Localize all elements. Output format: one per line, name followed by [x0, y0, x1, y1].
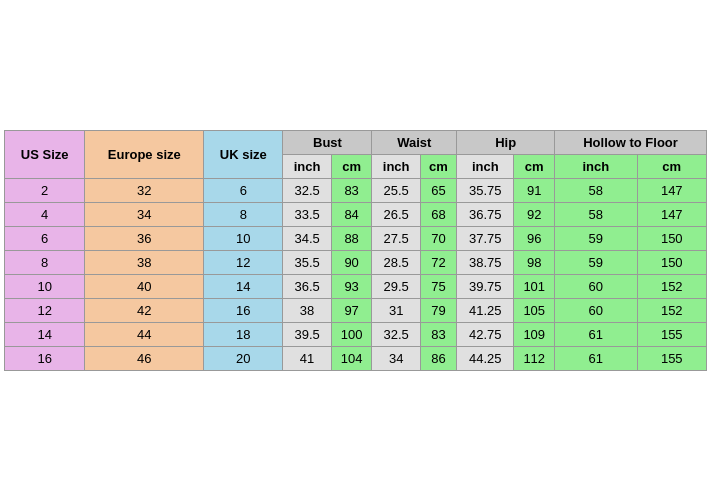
cell-waist-inch: 26.5 — [372, 203, 420, 227]
table-body: 232632.58325.56535.759158147434833.58426… — [5, 179, 707, 371]
header-hip: Hip — [457, 131, 555, 155]
cell-hip-inch: 41.25 — [457, 299, 514, 323]
cell-us: 6 — [5, 227, 85, 251]
cell-waist-inch: 32.5 — [372, 323, 420, 347]
table-row: 6361034.58827.57037.759659150 — [5, 227, 707, 251]
cell-us: 14 — [5, 323, 85, 347]
table-row: 1242163897317941.2510560152 — [5, 299, 707, 323]
cell-htf-cm: 147 — [637, 203, 706, 227]
cell-waist-cm: 75 — [420, 275, 456, 299]
table-row: 16462041104348644.2511261155 — [5, 347, 707, 371]
cell-bust-cm: 83 — [331, 179, 372, 203]
cell-bust-cm: 88 — [331, 227, 372, 251]
cell-hip-cm: 98 — [514, 251, 555, 275]
cell-eu: 34 — [85, 203, 204, 227]
cell-hip-inch: 36.75 — [457, 203, 514, 227]
cell-bust-cm: 90 — [331, 251, 372, 275]
header-europe-size: Europe size — [85, 131, 204, 179]
cell-hip-cm: 101 — [514, 275, 555, 299]
cell-hip-cm: 109 — [514, 323, 555, 347]
size-chart-table: US Size Europe size UK size Bust Waist H… — [4, 130, 707, 371]
header-waist: Waist — [372, 131, 457, 155]
cell-waist-cm: 68 — [420, 203, 456, 227]
cell-bust-cm: 84 — [331, 203, 372, 227]
htf-inch-header: inch — [555, 155, 637, 179]
size-chart-wrapper: US Size Europe size UK size Bust Waist H… — [0, 126, 711, 375]
cell-waist-inch: 34 — [372, 347, 420, 371]
cell-htf-cm: 150 — [637, 227, 706, 251]
cell-bust-cm: 100 — [331, 323, 372, 347]
cell-waist-cm: 72 — [420, 251, 456, 275]
cell-waist-inch: 25.5 — [372, 179, 420, 203]
header-hollow-to-floor: Hollow to Floor — [555, 131, 707, 155]
cell-bust-cm: 104 — [331, 347, 372, 371]
htf-cm-header: cm — [637, 155, 706, 179]
cell-us: 16 — [5, 347, 85, 371]
cell-hip-cm: 92 — [514, 203, 555, 227]
cell-uk: 8 — [204, 203, 283, 227]
cell-bust-cm: 97 — [331, 299, 372, 323]
cell-waist-cm: 86 — [420, 347, 456, 371]
cell-bust-inch: 35.5 — [283, 251, 331, 275]
cell-waist-inch: 28.5 — [372, 251, 420, 275]
cell-bust-cm: 93 — [331, 275, 372, 299]
bust-inch-header: inch — [283, 155, 331, 179]
header-bust: Bust — [283, 131, 372, 155]
cell-waist-cm: 70 — [420, 227, 456, 251]
cell-waist-cm: 65 — [420, 179, 456, 203]
cell-hip-cm: 96 — [514, 227, 555, 251]
cell-htf-inch: 58 — [555, 179, 637, 203]
cell-us: 12 — [5, 299, 85, 323]
cell-htf-inch: 59 — [555, 251, 637, 275]
cell-uk: 16 — [204, 299, 283, 323]
cell-bust-inch: 39.5 — [283, 323, 331, 347]
cell-uk: 18 — [204, 323, 283, 347]
cell-bust-inch: 34.5 — [283, 227, 331, 251]
cell-htf-cm: 150 — [637, 251, 706, 275]
cell-eu: 44 — [85, 323, 204, 347]
cell-bust-inch: 38 — [283, 299, 331, 323]
cell-hip-inch: 38.75 — [457, 251, 514, 275]
cell-hip-inch: 39.75 — [457, 275, 514, 299]
cell-hip-cm: 112 — [514, 347, 555, 371]
cell-htf-inch: 60 — [555, 275, 637, 299]
table-row: 232632.58325.56535.759158147 — [5, 179, 707, 203]
header-us-size: US Size — [5, 131, 85, 179]
waist-cm-header: cm — [420, 155, 456, 179]
cell-waist-inch: 27.5 — [372, 227, 420, 251]
cell-hip-inch: 35.75 — [457, 179, 514, 203]
table-row: 8381235.59028.57238.759859150 — [5, 251, 707, 275]
bust-cm-header: cm — [331, 155, 372, 179]
cell-htf-cm: 152 — [637, 275, 706, 299]
cell-us: 2 — [5, 179, 85, 203]
cell-htf-cm: 155 — [637, 323, 706, 347]
header-uk-size: UK size — [204, 131, 283, 179]
cell-htf-cm: 147 — [637, 179, 706, 203]
hip-cm-header: cm — [514, 155, 555, 179]
cell-hip-inch: 37.75 — [457, 227, 514, 251]
cell-us: 10 — [5, 275, 85, 299]
cell-eu: 36 — [85, 227, 204, 251]
cell-waist-cm: 83 — [420, 323, 456, 347]
main-header-row: US Size Europe size UK size Bust Waist H… — [5, 131, 707, 155]
cell-bust-inch: 36.5 — [283, 275, 331, 299]
cell-waist-inch: 31 — [372, 299, 420, 323]
cell-uk: 6 — [204, 179, 283, 203]
cell-hip-cm: 91 — [514, 179, 555, 203]
cell-hip-cm: 105 — [514, 299, 555, 323]
cell-eu: 38 — [85, 251, 204, 275]
table-row: 434833.58426.56836.759258147 — [5, 203, 707, 227]
cell-htf-inch: 61 — [555, 323, 637, 347]
cell-eu: 46 — [85, 347, 204, 371]
table-row: 14441839.510032.58342.7510961155 — [5, 323, 707, 347]
cell-htf-inch: 59 — [555, 227, 637, 251]
cell-htf-inch: 60 — [555, 299, 637, 323]
cell-us: 4 — [5, 203, 85, 227]
cell-us: 8 — [5, 251, 85, 275]
cell-uk: 10 — [204, 227, 283, 251]
table-row: 10401436.59329.57539.7510160152 — [5, 275, 707, 299]
cell-uk: 12 — [204, 251, 283, 275]
cell-uk: 20 — [204, 347, 283, 371]
cell-bust-inch: 33.5 — [283, 203, 331, 227]
cell-htf-inch: 58 — [555, 203, 637, 227]
